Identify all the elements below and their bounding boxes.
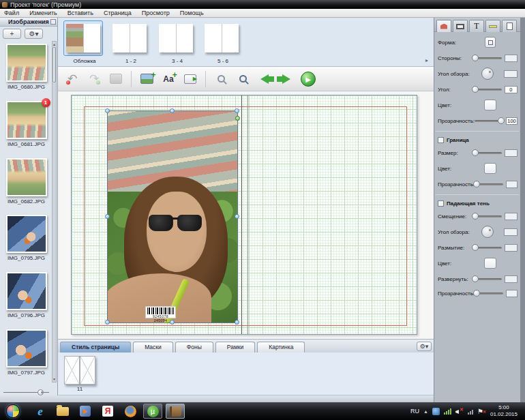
resize-handle-mid-right[interactable]: [235, 214, 239, 219]
placed-photo[interactable]: 9245078 245094: [108, 111, 237, 322]
border-size-value[interactable]: [505, 149, 518, 157]
rotate-handle[interactable]: [235, 116, 240, 121]
taskbar-yandex-browser[interactable]: Я: [98, 404, 117, 419]
taskbar-firefox[interactable]: [121, 404, 140, 419]
page-thumb-3-4[interactable]: 3 - 4: [156, 20, 198, 64]
scroll-down-icon[interactable]: ▼: [52, 377, 56, 381]
page-thumb-cover[interactable]: Обложка: [63, 20, 106, 64]
resize-handle-mid-left[interactable]: [105, 214, 110, 219]
taskbar-photobook-app[interactable]: [166, 404, 185, 419]
list-item[interactable]: IMG_0796.JPG: [2, 269, 51, 327]
undo-button[interactable]: ↶: [63, 70, 81, 88]
menu-page[interactable]: Страница: [104, 10, 132, 16]
image-thumbnail[interactable]: [6, 44, 47, 82]
slider-thumb[interactable]: [472, 55, 479, 61]
tray-expand-icon[interactable]: ▲: [423, 409, 428, 414]
zoom-out-button[interactable]: [212, 70, 230, 88]
menu-help[interactable]: Помощь: [180, 10, 204, 16]
sidebar-gear-button[interactable]: ⚙▾: [25, 29, 43, 39]
export-button[interactable]: [107, 70, 125, 88]
shadow-angle-knob[interactable]: [481, 226, 494, 238]
slider-thumb[interactable]: [473, 181, 480, 188]
add-pages-button[interactable]: [181, 70, 199, 88]
slider-handle[interactable]: [38, 389, 44, 395]
tab-frames[interactable]: Рамки: [215, 342, 255, 352]
shadow-opacity-value[interactable]: [506, 290, 518, 297]
start-button[interactable]: [6, 404, 20, 418]
list-item[interactable]: IMG_0797.JPG: [2, 327, 51, 384]
shadow-checkbox[interactable]: [438, 200, 444, 207]
add-text-button[interactable]: Aa+: [160, 70, 177, 88]
menu-edit[interactable]: Изменить: [29, 10, 57, 16]
border-color-button[interactable]: [484, 163, 496, 174]
list-item[interactable]: IMG_0680.JPG: [2, 41, 51, 98]
preview-button[interactable]: ▶: [299, 70, 317, 88]
opacity-value[interactable]: 100: [506, 117, 518, 125]
add-images-button[interactable]: +: [3, 29, 21, 39]
menu-insert[interactable]: Вставить: [68, 10, 93, 16]
taskbar-explorer[interactable]: [53, 404, 72, 419]
tab-text-tool[interactable]: T: [469, 20, 484, 32]
view-angle-knob[interactable]: [481, 68, 494, 80]
layout-style-thumbnail[interactable]: [64, 356, 95, 385]
collapse-icon[interactable]: [50, 19, 56, 25]
sides-slider[interactable]: [473, 57, 502, 59]
resize-handle-top-mid[interactable]: [170, 108, 175, 113]
border-size-slider[interactable]: [473, 152, 502, 154]
tab-page-tool[interactable]: [502, 20, 517, 32]
menu-view[interactable]: Просмотр: [142, 10, 170, 16]
slider-thumb[interactable]: [472, 149, 479, 156]
tab-masks[interactable]: Маски: [133, 342, 173, 352]
resize-handle-bottom-left[interactable]: [105, 320, 110, 325]
image-thumbnail[interactable]: 1: [6, 101, 47, 139]
slider-thumb[interactable]: [473, 290, 480, 297]
angle-slider[interactable]: [473, 89, 502, 91]
list-item[interactable]: IMG_0795.JPG: [2, 212, 51, 269]
list-item[interactable]: 1 IMG_0681.JPG: [2, 98, 51, 155]
page-thumb-1-2[interactable]: 1 - 2: [110, 20, 152, 64]
tab-page-style[interactable]: Стиль страницы: [60, 342, 131, 352]
mobile-signal-icon[interactable]: [468, 408, 473, 415]
slider-thumb[interactable]: [472, 86, 479, 93]
tab-frame-tool[interactable]: [453, 20, 468, 32]
border-checkbox[interactable]: [438, 137, 444, 143]
tray-app-icon[interactable]: [432, 408, 440, 415]
zoom-in-button[interactable]: [234, 70, 252, 88]
shadow-offset-value[interactable]: [505, 213, 518, 220]
tabs-gear-button[interactable]: ⚙▾: [417, 342, 432, 351]
opacity-slider[interactable]: [475, 120, 503, 122]
shadow-blur-slider[interactable]: [473, 247, 502, 249]
border-opacity-value[interactable]: [506, 181, 518, 188]
resize-handle-bottom-right[interactable]: [235, 320, 239, 325]
slider-thumb[interactable]: [472, 275, 479, 282]
list-item[interactable]: IMG_0682.JPG: [2, 155, 51, 213]
add-image-button[interactable]: +: [138, 70, 155, 88]
image-thumbnail[interactable]: [6, 158, 47, 196]
network-signal-icon[interactable]: [444, 408, 451, 415]
volume-muted-icon[interactable]: [455, 408, 464, 415]
taskbar-clock[interactable]: 5:00 01.02.2015: [489, 404, 522, 418]
sides-value[interactable]: [505, 55, 518, 62]
tab-image-tool[interactable]: [436, 20, 451, 32]
redo-button[interactable]: ↷: [85, 70, 103, 88]
resize-handle-top-right[interactable]: [235, 108, 239, 113]
shadow-offset-slider[interactable]: [473, 215, 502, 217]
shadow-expand-slider[interactable]: [473, 278, 502, 280]
cover-spread-page[interactable]: 9245078 245094: [71, 95, 417, 335]
taskbar-internet-explorer[interactable]: e: [31, 404, 50, 419]
image-thumbnail[interactable]: [6, 215, 47, 253]
next-page-button[interactable]: [278, 70, 295, 88]
slider-thumb[interactable]: [472, 213, 479, 220]
language-indicator[interactable]: RU: [410, 408, 419, 415]
strip-scroll-right-icon[interactable]: ▸: [425, 57, 428, 63]
tab-line-tool[interactable]: [485, 20, 500, 32]
shadow-expand-value[interactable]: [505, 275, 518, 283]
taskbar-utorrent[interactable]: µ: [143, 404, 162, 419]
scrollbar-thumb[interactable]: [52, 47, 56, 82]
tab-picture[interactable]: Картинка: [257, 342, 305, 352]
sidebar-scrollbar[interactable]: ▲ ▼: [52, 41, 57, 382]
border-opacity-slider[interactable]: [475, 183, 503, 185]
prev-page-button[interactable]: [256, 70, 273, 88]
shape-picker-button[interactable]: [485, 37, 496, 48]
shadow-opacity-slider[interactable]: [475, 292, 503, 295]
